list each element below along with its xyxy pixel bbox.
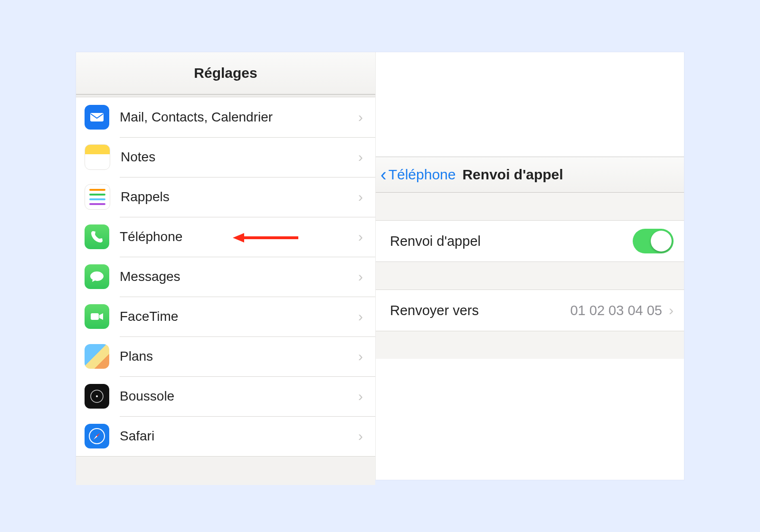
settings-item-label: Rappels: [121, 189, 358, 205]
settings-list: Mail, Contacts, Calendrier › Notes › Rap…: [76, 97, 375, 456]
chevron-right-icon: ›: [358, 229, 375, 245]
call-forwarding-toggle[interactable]: [633, 229, 674, 253]
settings-item-safari[interactable]: Safari ›: [76, 416, 375, 456]
settings-item-label: Notes: [121, 149, 358, 165]
reminders-icon: [85, 184, 110, 210]
settings-item-notes[interactable]: Notes ›: [76, 137, 375, 177]
settings-pane: Réglages Mail, Contacts, Calendrier › No…: [76, 52, 376, 480]
notes-icon: [85, 144, 110, 170]
settings-item-label: FaceTime: [120, 309, 358, 324]
svg-rect-0: [90, 113, 104, 121]
safari-icon: [85, 424, 109, 448]
settings-item-label: Safari: [120, 429, 358, 444]
mail-icon: [85, 105, 109, 130]
phone-icon: [85, 224, 109, 249]
blank-bottom: [376, 359, 684, 480]
chevron-right-icon: ›: [669, 302, 674, 318]
facetime-icon: [85, 304, 109, 329]
forward-to-label: Renvoyer vers: [390, 303, 479, 318]
blank-top: [376, 52, 684, 157]
call-forwarding-toggle-row[interactable]: Renvoi d'appel: [376, 220, 684, 262]
section-gap: [376, 331, 684, 359]
settings-item-phone[interactable]: Téléphone ›: [76, 217, 375, 257]
chevron-right-icon: ›: [358, 308, 375, 325]
chevron-right-icon: ›: [358, 269, 375, 285]
list-footer-gap: [76, 456, 375, 485]
toggle-label: Renvoi d'appel: [390, 233, 481, 249]
compass-icon: [85, 384, 109, 409]
settings-item-facetime[interactable]: FaceTime ›: [76, 297, 375, 336]
chevron-right-icon: ›: [358, 428, 375, 444]
settings-item-reminders[interactable]: Rappels ›: [76, 177, 375, 217]
settings-item-compass[interactable]: Boussole ›: [76, 376, 375, 416]
detail-title: Renvoi d'appel: [462, 167, 563, 183]
settings-item-messages[interactable]: Messages ›: [76, 257, 375, 297]
svg-point-5: [96, 395, 98, 397]
screenshot-pair: Réglages Mail, Contacts, Calendrier › No…: [76, 52, 684, 480]
settings-item-label: Messages: [120, 269, 358, 284]
settings-item-mail[interactable]: Mail, Contacts, Calendrier ›: [76, 97, 375, 137]
back-button[interactable]: Téléphone: [389, 167, 456, 183]
detail-navbar: ‹ Téléphone Renvoi d'appel: [376, 157, 684, 193]
maps-icon: [85, 344, 109, 369]
chevron-right-icon: ›: [358, 149, 375, 165]
settings-item-label: Boussole: [120, 389, 358, 404]
messages-icon: [85, 264, 109, 289]
settings-item-label: Téléphone: [120, 229, 358, 244]
svg-rect-3: [91, 313, 99, 320]
settings-item-label: Plans: [120, 349, 358, 364]
settings-navbar: Réglages: [76, 52, 375, 94]
section-gap: [376, 262, 684, 289]
section-gap: [376, 193, 684, 220]
chevron-right-icon: ›: [358, 109, 375, 125]
call-forwarding-pane: ‹ Téléphone Renvoi d'appel Renvoi d'appe…: [376, 52, 684, 480]
chevron-right-icon: ›: [358, 189, 375, 205]
forward-to-row[interactable]: Renvoyer vers 01 02 03 04 05 ›: [376, 289, 684, 331]
chevron-right-icon: ›: [358, 388, 375, 404]
back-chevron-icon[interactable]: ‹: [380, 166, 387, 184]
chevron-right-icon: ›: [358, 348, 375, 364]
settings-item-maps[interactable]: Plans ›: [76, 336, 375, 376]
settings-title: Réglages: [194, 65, 257, 81]
forward-to-value: 01 02 03 04 05: [570, 303, 662, 318]
settings-item-label: Mail, Contacts, Calendrier: [120, 110, 358, 125]
